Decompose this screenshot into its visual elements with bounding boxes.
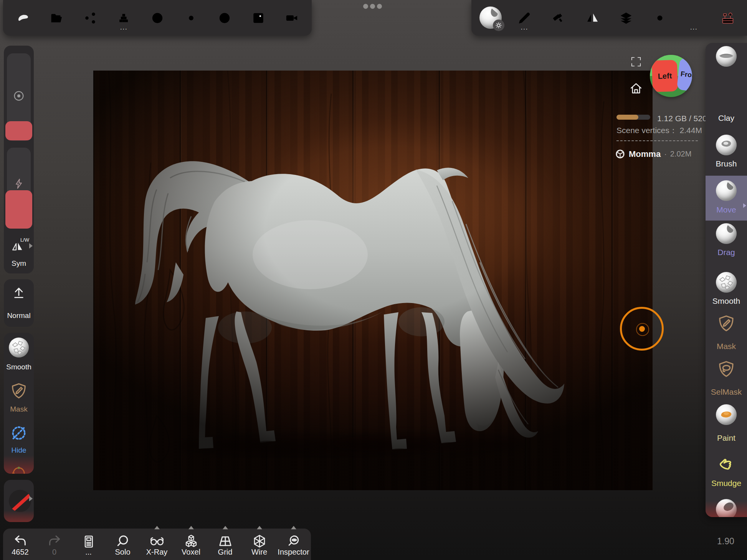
- xray-toggle[interactable]: X-Ray: [140, 529, 174, 560]
- stroke-hide-button[interactable]: [10, 424, 28, 442]
- top-right-toolbar: ... ...: [471, 0, 747, 36]
- debug-toolbox-button[interactable]: [716, 5, 740, 31]
- post-process-aperture-button[interactable]: [212, 5, 237, 31]
- voxel-popup-arrow[interactable]: [188, 526, 194, 529]
- tool-drag-label[interactable]: Drag: [706, 248, 747, 257]
- tool-move[interactable]: [706, 180, 747, 201]
- wire-toggle[interactable]: Wire: [242, 529, 276, 560]
- bottom-toolbar: 4652 0 ... Solo X-Ray: [3, 529, 311, 560]
- intensity-slider-handle[interactable]: [5, 190, 32, 229]
- orientation-gizmo[interactable]: Left Front: [650, 55, 692, 97]
- filters-sliders-button[interactable]: ...: [682, 5, 706, 31]
- tool-selmask-label[interactable]: SelMask: [706, 387, 747, 397]
- undo-arrow-icon: [13, 529, 28, 548]
- wire-label: Wire: [251, 548, 267, 557]
- redo-count: 0: [52, 548, 56, 557]
- layers-button[interactable]: [614, 5, 638, 31]
- inspector-popup-arrow[interactable]: [291, 526, 296, 529]
- xray-popup-arrow[interactable]: [154, 526, 160, 529]
- tool-drag[interactable]: [706, 223, 747, 244]
- voxel-label: Voxel: [182, 548, 200, 557]
- tool-smudge[interactable]: [706, 453, 747, 473]
- move-expand-arrow[interactable]: [743, 203, 746, 208]
- voxel-cubes-icon: [184, 529, 198, 548]
- matcap-sphere-button[interactable]: [145, 5, 170, 31]
- stroke-smooth-label: Smooth: [4, 363, 34, 371]
- topology-more-dots: ...: [111, 25, 136, 30]
- undo-button[interactable]: 4652: [3, 529, 37, 560]
- paint-roller-button[interactable]: [546, 5, 571, 31]
- home-view-icon[interactable]: [630, 82, 643, 95]
- stroke-smooth-button[interactable]: [9, 338, 29, 357]
- tool-paint-label[interactable]: Paint: [706, 433, 747, 443]
- magnifier-icon: [116, 529, 130, 548]
- layer-row[interactable]: Momma · 2.02M: [615, 149, 691, 159]
- grid-popup-arrow[interactable]: [223, 526, 228, 529]
- tool-clay-label[interactable]: Clay: [706, 114, 747, 123]
- tool-smooth[interactable]: [706, 272, 747, 293]
- settings-gear-button[interactable]: [648, 5, 672, 31]
- tool-mask[interactable]: [706, 314, 747, 333]
- falloff-expand-arrow[interactable]: [29, 496, 33, 501]
- tool-mask-label[interactable]: Mask: [706, 342, 747, 351]
- files-button[interactable]: [44, 5, 69, 31]
- sculpt-viewport[interactable]: [93, 71, 653, 490]
- voxel-toggle[interactable]: Voxel: [174, 529, 208, 560]
- grid-toggle[interactable]: Grid: [208, 529, 242, 560]
- inspector-toggle[interactable]: Inspector: [276, 529, 311, 560]
- tool-brush-label[interactable]: Brush: [706, 159, 747, 168]
- inspector-label: Inspector: [278, 548, 309, 557]
- notes-list-icon: [82, 529, 96, 548]
- pencil-more-dots: ...: [512, 25, 537, 30]
- symmetry-mirror-button[interactable]: [580, 5, 605, 31]
- redo-arrow-icon: [47, 529, 62, 548]
- tool-paint[interactable]: [706, 404, 747, 425]
- zoom-scale-value: 1.90: [717, 536, 734, 547]
- tool-smooth-label[interactable]: Smooth: [706, 296, 747, 306]
- stats-divider: [616, 140, 698, 141]
- brush-cursor-center-dot: [639, 326, 645, 332]
- canvas-vignette: [93, 71, 653, 490]
- tool-smudge-label[interactable]: Smudge: [706, 479, 747, 488]
- panel-scroll-fade: [4, 511, 34, 522]
- xray-label: X-Ray: [146, 548, 168, 557]
- sculpt-pencil-button[interactable]: ...: [512, 5, 537, 31]
- tool-brush[interactable]: [706, 135, 747, 155]
- sym-label[interactable]: Sym: [4, 259, 34, 268]
- inspector-eye-icon: [286, 529, 301, 548]
- memory-progress-bar: [616, 115, 650, 120]
- stroke-tools-panel: Smooth Mask Hide: [4, 333, 34, 474]
- stroke-normal-panel[interactable]: Normal: [4, 279, 34, 327]
- intensity-lightning-icon: [13, 178, 25, 189]
- brush-cursor: [620, 307, 664, 351]
- nomad-logo[interactable]: [11, 5, 35, 31]
- layer-vertex-count: 2.02M: [670, 150, 692, 158]
- layer-separator: ·: [664, 150, 667, 158]
- fullscreen-icon[interactable]: [630, 56, 642, 68]
- wireframe-hex-icon: [252, 529, 267, 548]
- sym-expand-arrow[interactable]: [29, 243, 33, 249]
- lighting-button[interactable]: [179, 5, 203, 31]
- material-sphere-button[interactable]: [478, 5, 503, 31]
- memory-usage-text: 1.12 GB / 520 MB: [657, 114, 706, 123]
- tool-clay[interactable]: [706, 46, 747, 67]
- redo-button[interactable]: 0: [37, 529, 71, 560]
- scene-vertices-text: Scene vertices： 2.44M: [616, 125, 702, 136]
- radius-slider-handle[interactable]: [5, 121, 32, 140]
- falloff-panel[interactable]: [4, 480, 34, 522]
- ipad-multitasking-dots[interactable]: [363, 4, 382, 9]
- background-image-button[interactable]: [246, 5, 271, 31]
- scene-graph-button[interactable]: [78, 5, 102, 31]
- wire-popup-arrow[interactable]: [257, 526, 262, 529]
- arrow-up-line-icon: [12, 285, 26, 300]
- panel-scroll-fade: [4, 455, 34, 474]
- solo-toggle[interactable]: Solo: [106, 529, 140, 560]
- memory-progress-fill: [616, 115, 638, 120]
- tool-selmask[interactable]: [706, 360, 747, 378]
- stroke-mask-button[interactable]: [10, 382, 28, 400]
- gizmo-left-face[interactable]: Left: [652, 60, 678, 92]
- tool-move-label[interactable]: Move: [706, 205, 747, 214]
- topology-button[interactable]: ...: [111, 5, 136, 31]
- stroke-menu-button[interactable]: ...: [71, 529, 106, 560]
- turntable-video-button[interactable]: [279, 5, 304, 31]
